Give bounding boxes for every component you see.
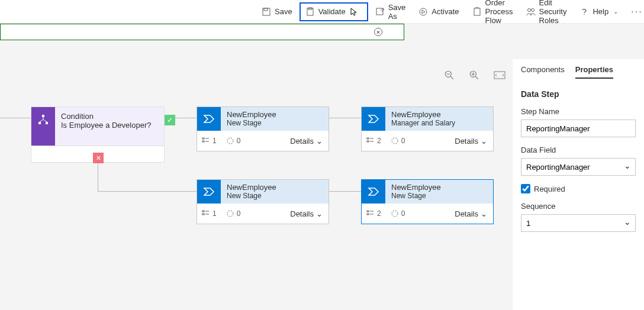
substeps-icon <box>226 209 234 218</box>
svg-point-7 <box>527 8 530 11</box>
steps-icon <box>202 137 210 145</box>
details-toggle[interactable]: Details⌄ <box>455 209 487 218</box>
connector <box>329 118 361 118</box>
connector <box>175 118 197 118</box>
stage-name: New Stage <box>227 192 323 200</box>
stage-entity: NewEmployee <box>227 183 323 192</box>
stage-entity: NewEmployee <box>391 110 487 119</box>
order-flow-icon <box>472 7 482 17</box>
edit-roles-label: Edit Security Roles <box>539 0 567 25</box>
svg-point-8 <box>531 8 534 11</box>
svg-rect-21 <box>202 141 204 142</box>
condition-card[interactable]: Condition Is Employee a Developer? <box>31 106 165 146</box>
save-as-button[interactable]: Save As <box>369 2 412 21</box>
activate-icon <box>418 7 428 17</box>
order-flow-label: Order Process Flow <box>485 0 513 25</box>
stage-entity: NewEmployee <box>391 183 487 192</box>
required-label: Required <box>534 185 565 193</box>
svg-rect-35 <box>367 211 369 212</box>
stage-card-3[interactable]: NewEmployee New Stage 1 0 Details⌄ <box>197 179 329 224</box>
cursor-icon <box>349 7 359 17</box>
svg-rect-25 <box>367 138 369 139</box>
svg-point-34 <box>227 211 233 217</box>
chevron-down-icon: ⌄ <box>481 137 487 146</box>
tab-components[interactable]: Components <box>521 62 565 79</box>
validate-label: Validate <box>318 7 346 16</box>
condition-icon <box>31 107 55 146</box>
details-toggle[interactable]: Details⌄ <box>290 137 323 146</box>
svg-rect-26 <box>367 141 369 142</box>
stage-icon <box>197 107 221 131</box>
stage-card-4[interactable]: NewEmployee New Stage 2 0 Details⌄ <box>361 179 494 224</box>
svg-rect-31 <box>202 214 204 215</box>
chevron-down-icon: ⌄ <box>316 209 323 218</box>
properties-panel: Components Properties Data Step Step Nam… <box>513 59 644 310</box>
step-count: 2 <box>377 137 381 145</box>
condition-title: Condition <box>61 112 158 121</box>
validate-button[interactable]: Validate <box>300 2 368 21</box>
sub-count: 0 <box>237 137 241 145</box>
stage-card-2[interactable]: NewEmployee Manager and Salary 2 0 Detai… <box>361 106 494 151</box>
stage-entity: NewEmployee <box>227 110 323 119</box>
svg-rect-17 <box>42 115 44 117</box>
step-count: 1 <box>212 137 217 145</box>
help-button[interactable]: Help ⌄ <box>574 2 624 21</box>
stage-icon <box>362 180 385 204</box>
stage-name: New Stage <box>391 192 487 200</box>
true-branch-icon: ✓ <box>165 115 175 125</box>
connector <box>0 118 31 118</box>
save-as-icon <box>375 7 385 17</box>
stage-icon <box>197 180 221 204</box>
help-label: Help <box>593 7 608 16</box>
required-checkbox[interactable] <box>521 184 530 193</box>
section-title: Data Step <box>521 89 636 99</box>
order-process-flow-button[interactable]: Order Process Flow <box>466 2 519 21</box>
help-icon <box>579 7 589 17</box>
steps-icon <box>202 209 210 218</box>
save-as-label: Save As <box>388 3 406 21</box>
save-icon <box>262 7 271 17</box>
step-name-input[interactable] <box>521 120 636 137</box>
activate-button[interactable]: Activate <box>413 2 465 21</box>
stage-icon <box>362 107 385 131</box>
tab-properties[interactable]: Properties <box>575 62 613 79</box>
save-label: Save <box>275 7 292 16</box>
svg-rect-20 <box>202 138 204 139</box>
steps-icon <box>366 209 375 218</box>
more-button[interactable]: ··· <box>625 7 644 17</box>
step-count: 1 <box>212 209 217 218</box>
activate-label: Activate <box>432 7 459 16</box>
save-button[interactable]: Save <box>256 2 298 21</box>
details-toggle[interactable]: Details⌄ <box>455 137 487 146</box>
svg-point-29 <box>392 138 398 144</box>
step-count: 2 <box>377 209 381 218</box>
step-name-label: Step Name <box>521 107 636 116</box>
toolbar: Save Validate Save As Activate Order Pro… <box>0 0 644 24</box>
svg-point-24 <box>227 138 233 144</box>
substeps-icon <box>391 137 399 145</box>
sub-count: 0 <box>401 137 405 145</box>
chevron-down-icon: ⌄ <box>613 8 618 15</box>
svg-point-39 <box>392 211 398 217</box>
security-roles-icon <box>526 7 536 17</box>
svg-rect-6 <box>474 8 480 15</box>
substeps-icon <box>226 137 234 145</box>
sub-count: 0 <box>401 209 405 218</box>
false-branch-icon: ✕ <box>93 153 104 163</box>
svg-point-5 <box>420 8 427 15</box>
condition-subtitle: Is Employee a Developer? <box>61 121 158 130</box>
svg-rect-30 <box>202 211 204 212</box>
stage-card-1[interactable]: NewEmployee New Stage 1 0 Details⌄ <box>197 106 329 151</box>
details-toggle[interactable]: Details⌄ <box>290 209 323 218</box>
chevron-down-icon: ⌄ <box>481 209 487 218</box>
stage-name: Manager and Salary <box>391 119 487 127</box>
sequence-select[interactable]: 1 <box>521 214 636 232</box>
notification-bar <box>0 24 404 40</box>
connector <box>329 191 361 192</box>
data-field-select[interactable]: ReportingManager <box>521 158 636 176</box>
svg-rect-36 <box>367 214 369 215</box>
connector <box>98 191 197 192</box>
close-icon[interactable] <box>374 28 382 36</box>
canvas[interactable]: Condition Is Employee a Developer? ✓ ✕ N… <box>0 40 509 310</box>
edit-security-roles-button[interactable]: Edit Security Roles <box>520 2 573 21</box>
